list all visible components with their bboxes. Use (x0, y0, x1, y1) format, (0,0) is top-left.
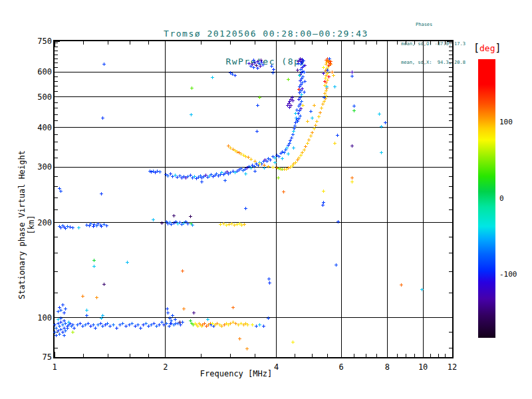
tick-mark (447, 127, 452, 128)
tick-mark (449, 186, 452, 187)
tick-mark (449, 51, 452, 51)
x-tick-label: 12 (442, 362, 462, 372)
data-point (277, 176, 280, 180)
data-point (261, 63, 265, 66)
data-point (291, 133, 295, 136)
data-point (271, 71, 275, 74)
data-point (306, 142, 309, 145)
tick-mark (55, 47, 58, 47)
tick-mark (55, 41, 60, 42)
data-point (328, 57, 331, 61)
tick-mark (447, 96, 452, 97)
tick-mark (55, 96, 60, 97)
data-point (290, 136, 293, 140)
data-point (67, 321, 70, 324)
y-tick-label: 75 (25, 352, 52, 362)
tick-mark (108, 41, 108, 45)
data-point (291, 340, 295, 344)
data-point (313, 127, 316, 130)
tick-mark (449, 293, 452, 293)
data-point (352, 104, 356, 108)
tick-mark (55, 237, 58, 237)
data-point (303, 70, 306, 74)
data-point (168, 325, 171, 328)
tick-mark (55, 81, 58, 82)
tick-mark (430, 41, 431, 45)
tick-mark (366, 41, 366, 45)
y-tick-label: 100 (25, 313, 52, 323)
data-point (181, 269, 184, 273)
tick-mark (55, 209, 58, 210)
tick-mark (449, 102, 452, 103)
tick-mark (55, 348, 58, 348)
data-point (273, 161, 277, 164)
tick-mark (376, 41, 377, 45)
data-point (63, 311, 66, 315)
x-tick-label: 6 (331, 362, 351, 372)
tick-mark (55, 357, 60, 358)
tick-mark (449, 67, 452, 68)
x-tick-label: 10 (413, 362, 433, 372)
data-point (115, 327, 118, 330)
data-point (64, 329, 67, 332)
colorbar-tick-label: 0 (499, 194, 504, 203)
data-point (66, 327, 69, 330)
colorbar-title-open-bracket: [ (473, 42, 479, 54)
data-point (323, 80, 327, 83)
tick-mark (449, 81, 452, 82)
tick-mark (449, 198, 452, 198)
data-point (333, 85, 336, 88)
tick-mark (55, 108, 58, 108)
data-point (309, 134, 313, 138)
data-point (400, 283, 403, 287)
tick-mark (449, 108, 452, 108)
data-point (282, 190, 285, 194)
data-point (253, 170, 257, 173)
data-point (352, 109, 356, 112)
tick-mark (414, 41, 415, 45)
x-tick-label: 8 (377, 362, 397, 372)
tick-mark (449, 47, 452, 47)
ionogram-plot: Tromsø 20120506 00:28:00–00:29:43 RwPret… (0, 0, 532, 399)
tick-mark (449, 332, 452, 332)
data-point (311, 131, 314, 134)
data-point (256, 104, 259, 107)
data-point (71, 226, 74, 229)
data-point (92, 265, 96, 268)
data-point (59, 190, 63, 193)
data-point (292, 146, 295, 150)
tick-mark (55, 176, 58, 177)
tick-mark (449, 134, 452, 135)
tick-mark (130, 354, 130, 357)
data-point (94, 327, 97, 330)
data-point (303, 90, 306, 94)
tick-mark (55, 51, 58, 51)
tick-mark (414, 354, 415, 357)
data-point (319, 111, 322, 114)
tick-mark (438, 41, 439, 45)
data-point (283, 151, 286, 154)
colorbar-title-close-bracket: ] (495, 42, 501, 54)
data-point (298, 74, 301, 77)
data-point (271, 166, 275, 169)
data-point (301, 151, 304, 154)
tick-mark (108, 354, 108, 357)
tick-mark (447, 357, 452, 358)
data-point (244, 207, 247, 210)
tick-mark (449, 114, 452, 115)
tick-mark (255, 41, 255, 45)
tick-mark (376, 354, 377, 357)
tick-mark (449, 43, 452, 43)
tick-mark (447, 72, 452, 72)
data-point (72, 327, 76, 330)
data-point (160, 221, 164, 225)
data-point (255, 325, 258, 328)
data-point (166, 307, 169, 311)
data-point (300, 61, 303, 64)
data-point (85, 309, 88, 312)
data-point (77, 226, 80, 229)
tick-mark (452, 41, 453, 47)
gridline-horizontal (55, 127, 452, 128)
data-point (233, 74, 237, 77)
data-point (291, 99, 295, 102)
